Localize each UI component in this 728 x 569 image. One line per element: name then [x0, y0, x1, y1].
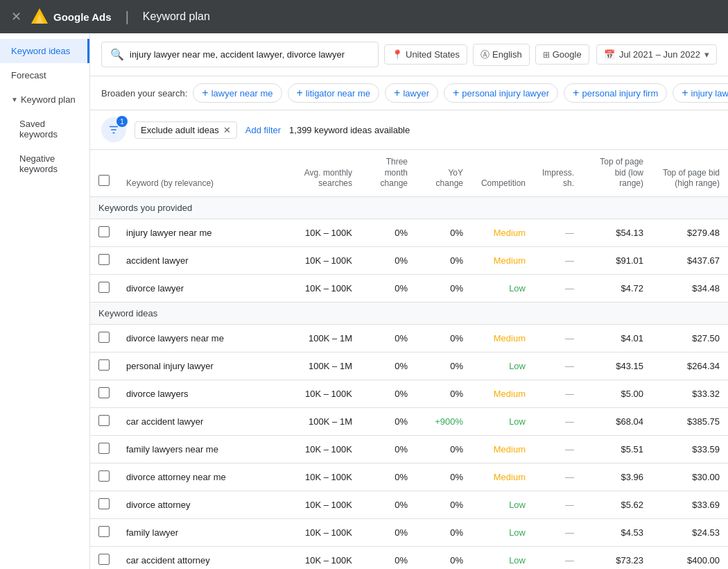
col-top-bid-low-header[interactable]: Top of page bid (low range): [582, 150, 652, 196]
three-month-cell: 0%: [361, 407, 416, 435]
competition-cell: Low: [471, 352, 534, 380]
top-bid-low-cell: $3.96: [582, 463, 652, 491]
filter-bar: 1 Exclude adult ideas ✕ Add filter 1,399…: [90, 110, 728, 150]
table-row: divorce lawyer 10K – 100K 0% 0% Low — $4…: [90, 274, 728, 302]
broaden-chip-3[interactable]: + personal injury lawyer: [444, 83, 558, 103]
impression-share-cell: —: [534, 219, 582, 246]
col-avg-monthly-header[interactable]: Avg. monthly searches: [284, 150, 361, 196]
keyword-cell: divorce attorney near me: [118, 463, 284, 491]
sidebar-item-forecast[interactable]: Forecast: [0, 63, 89, 87]
broaden-chip-0-label: lawyer near me: [211, 88, 273, 99]
keyword-cell: injury lawyer near me: [118, 219, 284, 246]
exclude-adult-chip[interactable]: Exclude adult ideas ✕: [135, 121, 237, 139]
top-bid-high-cell: $30.00: [652, 463, 728, 491]
keyword-cell: accident lawyer: [118, 246, 284, 274]
row-checkbox-cell: [90, 435, 118, 463]
select-all-checkbox[interactable]: [98, 175, 110, 186]
search-input[interactable]: [130, 49, 370, 60]
col-checkbox: [90, 150, 118, 196]
row-checkbox[interactable]: [98, 359, 110, 371]
top-bar: ✕ Google Ads | Keyword plan: [0, 0, 728, 33]
col-yoy-header[interactable]: YoY change: [416, 150, 471, 196]
table-row: divorce attorney near me 10K – 100K 0% 0…: [90, 463, 728, 491]
broaden-chip-2[interactable]: + lawyer: [385, 83, 438, 103]
chevron-down-icon: ▼: [11, 96, 18, 103]
top-bid-low-cell: $4.53: [582, 518, 652, 546]
row-checkbox[interactable]: [98, 415, 110, 426]
page-title: Keyword plan: [143, 10, 210, 23]
avg-monthly-cell: 10K – 100K: [284, 518, 361, 546]
col-three-month-header[interactable]: Three month change: [361, 150, 416, 196]
avg-monthly-cell: 10K – 100K: [284, 246, 361, 274]
competition-cell: Low: [471, 274, 534, 302]
row-checkbox[interactable]: [98, 498, 110, 509]
yoy-cell: 0%: [416, 491, 471, 518]
exclude-remove-icon[interactable]: ✕: [223, 125, 231, 135]
keyword-cell: personal injury lawyer: [118, 352, 284, 380]
col-keyword-header: Keyword (by relevance): [118, 150, 284, 196]
three-month-cell: 0%: [361, 380, 416, 407]
impression-share-cell: —: [534, 380, 582, 407]
three-month-cell: 0%: [361, 463, 416, 491]
row-checkbox[interactable]: [98, 387, 110, 398]
col-competition-header[interactable]: Competition: [471, 150, 534, 196]
plus-icon: +: [453, 87, 459, 99]
broaden-chip-0[interactable]: + lawyer near me: [193, 83, 281, 103]
filter-button[interactable]: 1: [101, 117, 126, 142]
google-ads-logo: Google Ads: [30, 7, 112, 26]
row-checkbox[interactable]: [98, 282, 110, 293]
broaden-chip-5-label: injury lawyer: [691, 88, 728, 99]
three-month-cell: 0%: [361, 435, 416, 463]
broaden-chip-5[interactable]: + injury lawyer: [673, 83, 728, 103]
table-row: accident lawyer 10K – 100K 0% 0% Medium …: [90, 246, 728, 274]
sidebar-item-keyword-ideas-label: Keyword ideas: [11, 46, 70, 56]
row-checkbox[interactable]: [98, 554, 110, 565]
top-bid-low-cell: $4.01: [582, 324, 652, 352]
close-icon[interactable]: ✕: [11, 9, 21, 24]
yoy-cell: 0%: [416, 546, 471, 569]
row-checkbox-cell: [90, 246, 118, 274]
broaden-chip-1[interactable]: + litigator near me: [288, 83, 380, 103]
network-chip[interactable]: ⊞ Google: [535, 44, 589, 65]
three-month-cell: 0%: [361, 219, 416, 246]
location-chip[interactable]: 📍 United States: [384, 44, 467, 65]
plus-icon: +: [682, 87, 688, 99]
row-checkbox[interactable]: [98, 226, 110, 237]
yoy-cell: 0%: [416, 463, 471, 491]
avg-monthly-cell: 100K – 1M: [284, 407, 361, 435]
language-chip[interactable]: Ⓐ English: [473, 44, 530, 66]
impression-share-cell: —: [534, 435, 582, 463]
top-bid-low-cell: $73.23: [582, 546, 652, 569]
top-bid-low-cell: $4.72: [582, 274, 652, 302]
competition-cell: Low: [471, 518, 534, 546]
sidebar-item-keyword-plan[interactable]: ▼ Keyword plan: [0, 87, 89, 112]
three-month-cell: 0%: [361, 274, 416, 302]
sidebar-item-keyword-ideas[interactable]: Keyword ideas: [0, 39, 89, 63]
sidebar-item-saved-keywords[interactable]: Saved keywords: [0, 112, 89, 146]
location-icon: 📍: [392, 49, 403, 60]
three-month-cell: 0%: [361, 518, 416, 546]
row-checkbox[interactable]: [98, 254, 110, 265]
sidebar-item-negative-keywords[interactable]: Negative keywords: [0, 146, 89, 181]
col-impression-header[interactable]: Impress. sh.: [534, 150, 582, 196]
row-checkbox[interactable]: [98, 526, 110, 537]
col-top-bid-high-header[interactable]: Top of page bid (high range): [652, 150, 728, 196]
add-filter-button[interactable]: Add filter: [245, 125, 281, 135]
broaden-chip-3-label: personal injury lawyer: [462, 88, 549, 99]
three-month-cell: 0%: [361, 352, 416, 380]
row-checkbox[interactable]: [98, 443, 110, 454]
sidebar-item-negative-keywords-label: Negative keywords: [19, 153, 78, 174]
date-chip[interactable]: 📅 Jul 2021 – Jun 2022 ▾: [596, 44, 717, 65]
table-row: injury lawyer near me 10K – 100K 0% 0% M…: [90, 219, 728, 246]
main-content: 🔍 📍 United States Ⓐ English ⊞ Google 📅 J…: [90, 33, 728, 569]
top-bid-low-cell: $5.00: [582, 380, 652, 407]
impression-share-cell: —: [534, 324, 582, 352]
impression-share-cell: —: [534, 352, 582, 380]
search-input-wrap[interactable]: 🔍: [101, 42, 379, 67]
keyword-cell: divorce lawyers near me: [118, 324, 284, 352]
row-checkbox[interactable]: [98, 332, 110, 343]
row-checkbox-cell: [90, 463, 118, 491]
keyword-cell: divorce attorney: [118, 491, 284, 518]
broaden-chip-4[interactable]: + personal injury firm: [564, 83, 667, 103]
row-checkbox[interactable]: [98, 470, 110, 482]
